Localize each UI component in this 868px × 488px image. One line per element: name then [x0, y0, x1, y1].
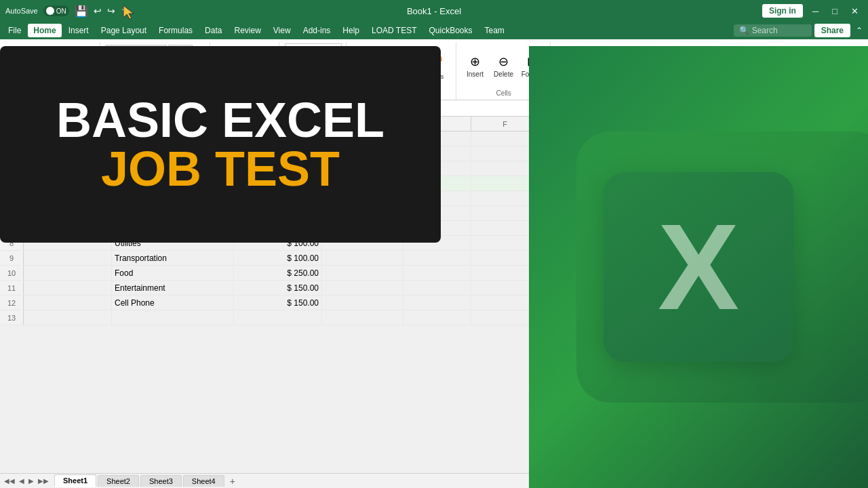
menu-load-test[interactable]: LOAD TEST: [366, 24, 422, 37]
menu-view[interactable]: View: [268, 24, 296, 37]
sheet-tab-3[interactable]: Sheet3: [140, 475, 182, 487]
menu-addins[interactable]: Add-ins: [298, 24, 336, 37]
row-num-13: 13: [0, 310, 24, 325]
excel-bg-logo: [576, 131, 868, 403]
search-icon: 🔍: [739, 26, 749, 35]
sheet-nav-right[interactable]: ▶: [27, 476, 35, 486]
menu-team[interactable]: Team: [479, 24, 510, 37]
menu-file[interactable]: File: [3, 24, 26, 37]
menu-help[interactable]: Help: [337, 24, 365, 37]
cell-b9[interactable]: Transportation: [112, 251, 234, 265]
cell-e10[interactable]: [403, 266, 471, 280]
ribbon-collapse-icon[interactable]: ⌃: [853, 24, 865, 37]
cell-e11[interactable]: [403, 281, 471, 295]
cell-a12[interactable]: [24, 296, 112, 310]
delete-icon: ⊖: [498, 54, 509, 69]
sheet-tab-1[interactable]: Sheet1: [54, 474, 96, 487]
insert-cells-button[interactable]: ⊕ Insert: [462, 46, 489, 85]
restore-button[interactable]: □: [828, 5, 842, 18]
cell-b13[interactable]: [112, 310, 234, 325]
cell-e9[interactable]: [403, 251, 471, 265]
menu-home[interactable]: Home: [28, 24, 61, 37]
search-box: 🔍: [734, 24, 812, 37]
cell-d10[interactable]: [322, 266, 403, 280]
sheet-nav-left[interactable]: ◀: [18, 476, 26, 486]
menu-bar-right: 🔍 Share ⌃: [734, 24, 865, 37]
title-bar: AutoSave ON 💾 ↩ ↪ ▼ Book1 - Excel Sign i…: [0, 0, 868, 22]
minimize-button[interactable]: ─: [808, 5, 823, 18]
close-button[interactable]: ✕: [847, 5, 863, 18]
overlay-line1: BASIC EXCEL: [56, 96, 384, 144]
menu-data[interactable]: Data: [199, 24, 227, 37]
sheet-navigation: ◀◀ ◀ ▶ ▶▶: [3, 476, 50, 486]
cell-d11[interactable]: [322, 281, 403, 295]
cell-c12[interactable]: $ 150.00: [234, 296, 322, 310]
cell-a10[interactable]: [24, 266, 112, 280]
menu-review[interactable]: Review: [229, 24, 266, 37]
toggle-state: ON: [56, 7, 66, 15]
search-input[interactable]: [752, 26, 806, 35]
share-button[interactable]: Share: [814, 24, 850, 37]
excel-logo-panel: X: [529, 46, 868, 488]
row-num-10: 10: [0, 266, 24, 280]
menu-formulas[interactable]: Formulas: [153, 24, 198, 37]
add-sheet-button[interactable]: +: [226, 474, 239, 488]
sheet-nav-last[interactable]: ▶▶: [37, 476, 50, 486]
cell-a13[interactable]: [24, 310, 112, 325]
autosave-label: AutoSave: [5, 7, 38, 15]
menu-bar: File Home Insert Page Layout Formulas Da…: [0, 22, 868, 39]
cell-c9[interactable]: $ 100.00: [234, 251, 322, 265]
row-num-9: 9: [0, 251, 24, 265]
title-bar-left: AutoSave ON 💾 ↩ ↪ ▼: [5, 5, 129, 18]
cell-d13[interactable]: [322, 310, 403, 325]
overlay-line2-job: JOB TEST: [101, 144, 340, 193]
undo-icon[interactable]: ↩: [94, 5, 102, 16]
menu-quickbooks[interactable]: QuickBooks: [423, 24, 477, 37]
autosave-toggle[interactable]: ON: [43, 5, 69, 16]
cells-label: Cells: [496, 88, 511, 98]
sign-in-button[interactable]: Sign in: [762, 4, 803, 18]
file-icon: 💾: [75, 5, 88, 18]
row-num-12: 12: [0, 296, 24, 310]
redo-icon[interactable]: ↪: [107, 5, 115, 16]
menu-page-layout[interactable]: Page Layout: [96, 24, 152, 37]
sheet-tab-2[interactable]: Sheet2: [98, 475, 139, 487]
cell-a11[interactable]: [24, 281, 112, 295]
cell-b11[interactable]: Entertainment: [112, 281, 234, 295]
cell-b10[interactable]: Food: [112, 266, 234, 280]
overlay-text: BASIC EXCEL JOB TEST: [56, 96, 384, 193]
cell-d12[interactable]: [322, 296, 403, 310]
quick-access-icon[interactable]: ▼: [121, 6, 129, 16]
sheet-tab-4[interactable]: Sheet4: [183, 475, 224, 487]
row-num-11: 11: [0, 281, 24, 295]
cell-c11[interactable]: $ 150.00: [234, 281, 322, 295]
sheet-nav-prev[interactable]: ◀◀: [3, 476, 16, 486]
cell-e12[interactable]: [403, 296, 471, 310]
cell-a9[interactable]: [24, 251, 112, 265]
toggle-thumb: [46, 7, 54, 15]
cell-d9[interactable]: [322, 251, 403, 265]
cell-b12[interactable]: Cell Phone: [112, 296, 234, 310]
insert-icon: ⊕: [470, 54, 480, 69]
window-title: Book1 - Excel: [407, 6, 461, 16]
menu-insert[interactable]: Insert: [63, 24, 94, 37]
cell-c10[interactable]: $ 250.00: [234, 266, 322, 280]
title-bar-right: Sign in ─ □ ✕: [762, 4, 863, 18]
delete-cells-button[interactable]: ⊖ Delete: [490, 46, 517, 85]
cell-c13[interactable]: [234, 310, 322, 325]
video-thumbnail-overlay: BASIC EXCEL JOB TEST: [0, 46, 441, 243]
cell-e13[interactable]: [403, 310, 471, 325]
